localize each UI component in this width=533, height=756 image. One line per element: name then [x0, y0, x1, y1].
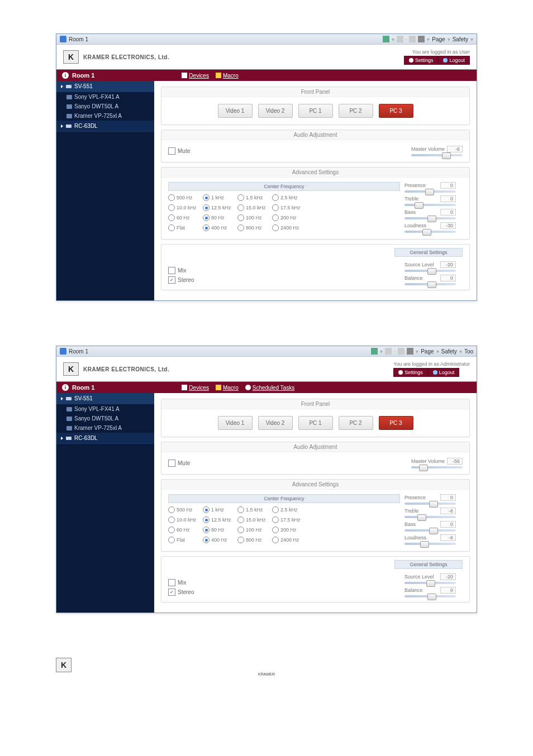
freq-option[interactable]: 200 Hz	[272, 527, 303, 533]
toolbar-tools[interactable]: Too	[464, 348, 473, 355]
logout-button[interactable]: Logout	[428, 368, 460, 377]
slider-value[interactable]: 0	[440, 521, 456, 528]
loudness-slider[interactable]	[404, 231, 456, 233]
master-volume-value[interactable]: -56	[447, 458, 463, 465]
freq-option[interactable]: 80 Hz	[203, 527, 234, 533]
freq-option[interactable]: 2400 Hz	[272, 537, 303, 543]
sidebar-item[interactable]: Kramer VP-725xl A	[56, 111, 154, 121]
tab-devices[interactable]: Devices	[182, 73, 209, 79]
fp-pc1[interactable]: PC 1	[298, 104, 333, 118]
freq-option[interactable]: 10.0 kHz	[168, 204, 199, 211]
tab-macro[interactable]: Macro	[216, 73, 239, 79]
freq-option[interactable]: 400 Hz	[203, 537, 234, 543]
freq-option[interactable]: 80 Hz	[203, 214, 234, 221]
freq-option[interactable]: 12.5 kHz	[203, 516, 234, 523]
balance-slider[interactable]	[404, 283, 456, 285]
mail-icon[interactable]	[409, 36, 416, 42]
home-icon[interactable]	[371, 348, 378, 355]
mix-row[interactable]: Mix	[168, 579, 400, 586]
toolbar-safety[interactable]: Safety	[441, 348, 457, 355]
sidebar-item[interactable]: Sanyo DWT50L A	[56, 414, 154, 423]
slider-value[interactable]: -6	[440, 534, 456, 541]
freq-option[interactable]: 12.5 kHz	[203, 204, 234, 211]
freq-option[interactable]: 400 Hz	[203, 224, 234, 231]
tab-devices[interactable]: Devices	[182, 385, 209, 391]
freq-option[interactable]: 100 Hz	[237, 527, 269, 533]
freq-option[interactable]: 2.5 kHz	[272, 194, 303, 201]
mute-row[interactable]: Mute	[168, 460, 190, 467]
fp-pc2[interactable]: PC 2	[339, 416, 373, 430]
home-icon[interactable]	[383, 36, 389, 42]
freq-option[interactable]: 1.5 kHz	[237, 194, 269, 201]
mute-checkbox[interactable]	[168, 460, 175, 467]
sidebar-item[interactable]: Sony VPL-FX41 A	[56, 404, 154, 414]
stereo-row[interactable]: ✓Stereo	[168, 276, 400, 284]
stereo-checkbox[interactable]: ✓	[168, 588, 175, 596]
mail-icon[interactable]	[398, 348, 404, 355]
fp-pc3[interactable]: PC 3	[379, 416, 413, 430]
toolbar-page[interactable]: Page	[432, 36, 445, 42]
mix-row[interactable]: Mix	[168, 267, 400, 274]
bass-slider[interactable]	[404, 217, 456, 219]
stereo-row[interactable]: ✓Stereo	[168, 588, 400, 596]
freq-option[interactable]: 1.5 kHz	[237, 506, 269, 513]
master-volume-slider[interactable]	[411, 466, 463, 468]
settings-button[interactable]: Settings	[404, 56, 439, 65]
freq-option[interactable]: 2400 Hz	[272, 224, 303, 231]
freq-option[interactable]: 1 kHz	[203, 506, 234, 513]
slider-value[interactable]: 0	[440, 275, 456, 281]
logout-button[interactable]: Logout	[438, 56, 470, 65]
mix-checkbox[interactable]	[168, 579, 175, 586]
tab-macro[interactable]: Macro	[216, 385, 239, 391]
freq-option[interactable]: 15.0 kHz	[237, 516, 269, 523]
print-icon[interactable]	[418, 36, 425, 42]
tab-scheduled[interactable]: Scheduled Tasks	[245, 385, 294, 391]
freq-option[interactable]: Flat	[168, 537, 199, 543]
feed-icon[interactable]	[385, 348, 392, 355]
fp-pc1[interactable]: PC 1	[298, 416, 333, 430]
loudness-slider[interactable]	[404, 543, 456, 545]
slider-value[interactable]: -30	[440, 222, 456, 229]
print-icon[interactable]	[407, 348, 413, 355]
slider-value[interactable]: -20	[440, 573, 456, 580]
info-icon[interactable]: i	[62, 72, 69, 79]
sidebar-item[interactable]: Kramer VP-725xl A	[56, 423, 154, 433]
fp-video2[interactable]: Video 2	[258, 104, 293, 118]
toolbar-safety[interactable]: Safety	[453, 36, 468, 42]
slider-value[interactable]: 0	[440, 587, 456, 594]
sidebar-item[interactable]: Sony VPL-FX41 A	[56, 92, 154, 102]
sidebar-head-rc63dl[interactable]: RC-63DL	[56, 121, 154, 132]
freq-option[interactable]: Flat	[168, 224, 199, 231]
fp-pc3[interactable]: PC 3	[379, 104, 413, 118]
master-volume-value[interactable]: -6	[447, 146, 463, 152]
balance-slider[interactable]	[404, 595, 456, 597]
settings-button[interactable]: Settings	[393, 368, 428, 377]
presence-slider[interactable]	[404, 190, 456, 193]
slider-value[interactable]: 0	[440, 195, 456, 202]
freq-option[interactable]: 100 Hz	[237, 214, 269, 221]
stereo-checkbox[interactable]: ✓	[168, 276, 175, 284]
slider-value[interactable]: -20	[440, 261, 456, 268]
freq-option[interactable]: 500 Hz	[168, 506, 199, 513]
freq-option[interactable]: 1 kHz	[203, 194, 234, 201]
slider-value[interactable]: -6	[440, 508, 456, 514]
freq-option[interactable]: 800 Hz	[237, 224, 269, 231]
master-volume-slider[interactable]	[411, 154, 463, 156]
slider-value[interactable]: 0	[440, 182, 456, 189]
sidebar-head-sv551[interactable]: SV-551	[56, 81, 154, 92]
slider-value[interactable]: 0	[440, 494, 456, 501]
freq-option[interactable]: 17.5 kHz	[272, 204, 303, 211]
fp-pc2[interactable]: PC 2	[339, 104, 373, 118]
sidebar-head-sv551[interactable]: SV-551	[56, 393, 154, 404]
info-icon[interactable]: i	[62, 384, 69, 391]
freq-option[interactable]: 200 Hz	[272, 214, 303, 221]
treble-slider[interactable]	[404, 516, 456, 518]
sidebar-item[interactable]: Sanyo DWT50L A	[56, 102, 154, 111]
freq-option[interactable]: 10.0 kHz	[168, 516, 199, 523]
freq-option[interactable]: 60 Hz	[168, 214, 199, 221]
treble-slider[interactable]	[404, 204, 456, 206]
toolbar-page[interactable]: Page	[421, 348, 434, 355]
mute-checkbox[interactable]	[168, 147, 175, 155]
freq-option[interactable]: 800 Hz	[237, 537, 269, 543]
freq-option[interactable]: 500 Hz	[168, 194, 199, 201]
